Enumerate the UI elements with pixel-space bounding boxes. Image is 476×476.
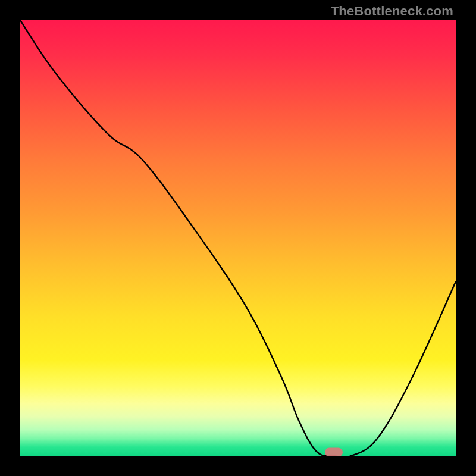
plot-area [20,20,456,456]
optimal-marker [325,448,343,456]
bottleneck-curve [20,20,456,456]
watermark-text: TheBottleneck.com [331,4,453,19]
chart-frame: TheBottleneck.com [0,0,476,476]
